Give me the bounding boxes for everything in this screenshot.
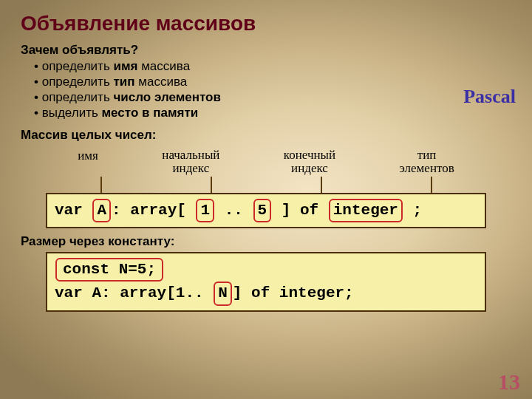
section-const-size: Размер через константу: bbox=[21, 234, 511, 249]
list-item: выделить место в памяти bbox=[34, 106, 511, 120]
language-label: Pascal bbox=[463, 86, 516, 108]
why-question: Зачем объявлять? bbox=[21, 43, 511, 58]
list-item: определить число элементов bbox=[34, 90, 511, 105]
callout-line bbox=[431, 177, 432, 193]
code-const-decl: const N=5; var A: array[1.. N] of intege… bbox=[46, 252, 486, 312]
label-end-index: конечный индекс bbox=[279, 147, 340, 177]
callout-line bbox=[321, 177, 322, 193]
slide: Объявление массивов Зачем объявлять? опр… bbox=[0, 0, 532, 399]
list-item: определить тип массива bbox=[34, 75, 511, 89]
hl-hi: 5 bbox=[253, 199, 272, 222]
callout-line bbox=[100, 177, 102, 193]
page-number: 13 bbox=[498, 369, 520, 395]
label-type: тип элементов bbox=[395, 147, 459, 177]
callout-line bbox=[211, 177, 212, 193]
hl-type: integer bbox=[329, 199, 403, 222]
label-start-index: начальный индекс bbox=[157, 147, 224, 177]
hl-n: N bbox=[214, 282, 232, 305]
label-name: имя bbox=[73, 147, 103, 177]
code-array-decl: var A: array[ 1 .. 5 ] of integer ; bbox=[46, 193, 486, 228]
page-title: Объявление массивов bbox=[21, 12, 511, 35]
callout-stems bbox=[46, 177, 486, 193]
hl-lo: 1 bbox=[196, 199, 214, 222]
why-list: определить имя массива определить тип ма… bbox=[34, 59, 511, 120]
callout-labels: имя начальный индекс конечный индекс тип… bbox=[46, 147, 486, 177]
section-integer-array: Массив целых чисел: bbox=[21, 128, 511, 143]
list-item: определить имя массива bbox=[34, 59, 511, 74]
hl-name: A bbox=[92, 199, 111, 222]
hl-const: const N=5; bbox=[55, 258, 163, 282]
